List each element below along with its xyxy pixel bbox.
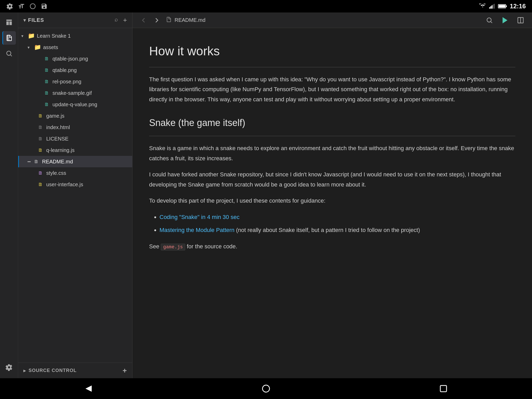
md-list: Coding "Snake" in 4 min 30 sec Mastering… — [149, 212, 515, 235]
circle-icon — [29, 3, 36, 10]
rail-icon-search[interactable] — [2, 47, 16, 60]
tree-item-rel-pose-png[interactable]: 🗎 rel-pose.png ⋮ — [18, 76, 132, 87]
file-icon-rel-pose: 🗎 — [43, 78, 50, 85]
battery-icon — [498, 4, 507, 9]
editor-search-icon[interactable] — [484, 15, 495, 25]
tree-item-name: Learn Snake 1 — [37, 33, 117, 39]
file-icon-snake-sample: 🗎 — [43, 89, 50, 97]
file-tree: ▾ 📁 Learn Snake 1 ⋮ ▾ 📁 assets ⋮ 🗎 qtabl… — [18, 28, 132, 363]
status-bar-right: 12:16 — [479, 3, 526, 10]
svg-point-0 — [30, 4, 35, 9]
sidebar-search-icon[interactable]: ⌕ — [115, 16, 118, 24]
clock: 12:16 — [510, 3, 526, 10]
rail-icon-settings[interactable] — [2, 361, 16, 374]
source-control-add-icon[interactable]: + — [123, 367, 127, 375]
md-heading-how-it-works: How it works — [149, 41, 515, 62]
file-icon-q-learning: 🗎 — [37, 147, 44, 154]
md-paragraph-1: The first question I was asked when I ca… — [149, 75, 515, 105]
md-heading-snake-game: Snake (the game itself) — [149, 115, 515, 131]
md-link-module-pattern[interactable]: Mastering the Module Pattern — [159, 227, 235, 233]
active-indicator — [18, 156, 19, 167]
tree-item-name: user-interface.js — [46, 182, 122, 188]
tree-item-user-interface-js[interactable]: 🗎 user-interface.js ⋮ — [18, 179, 132, 190]
chevron-assets: ▾ — [28, 45, 34, 50]
file-icon-qtable-json: 🗎 — [43, 55, 50, 62]
md-link-coding-snake[interactable]: Coding "Snake" in 4 min 30 sec — [159, 214, 240, 220]
tree-item-learn-snake-1[interactable]: ▾ 📁 Learn Snake 1 ⋮ — [18, 30, 132, 42]
file-icon-update-q: 🗎 — [43, 101, 50, 108]
file-icon-readme: 🗎 — [33, 158, 40, 165]
forward-button[interactable] — [152, 16, 162, 25]
md-code-game-js: game.js — [161, 244, 185, 250]
tree-item-game-js[interactable]: 🗎 game.js ⋮ — [18, 110, 132, 122]
editor-run-icon[interactable] — [500, 15, 510, 25]
editor-header: README.md — [132, 12, 532, 28]
sidebar-header-icons: ⌕ + — [115, 16, 127, 24]
file-tab: README.md — [166, 16, 205, 24]
tree-item-name: LICENSE — [46, 136, 122, 142]
md-paragraph-3: I could have forked another Snake reposi… — [149, 170, 515, 190]
rail-icon-layout[interactable] — [2, 16, 16, 29]
tree-item-index-html[interactable]: 🗎 index.html ⋮ — [18, 122, 132, 133]
minus-indicator — [28, 161, 31, 162]
tree-item-assets[interactable]: ▾ 📁 assets ⋮ — [18, 42, 132, 53]
signal-icon — [489, 4, 495, 9]
editor-filename: README.md — [175, 17, 205, 23]
file-tab-icon — [166, 16, 172, 24]
sidebar-add-icon[interactable]: + — [123, 16, 127, 24]
source-control-chevron: ▸ — [23, 368, 26, 374]
tree-item-name: style.css — [46, 170, 122, 176]
tree-item-update-q-value-png[interactable]: 🗎 update-q-value.png ⋮ — [18, 99, 132, 110]
md-list-item-2-text: (not really about Snake itself, but a pa… — [235, 227, 420, 233]
tree-item-q-learning-js[interactable]: 🗎 q-learning.js ⋮ — [18, 144, 132, 156]
svg-rect-8 — [506, 5, 507, 7]
svg-rect-2 — [490, 6, 491, 9]
tree-item-snake-sample-gif[interactable]: 🗎 snake-sample.gif ⋮ — [18, 87, 132, 99]
nav-home-button[interactable] — [258, 381, 274, 396]
main-content: README.md — [132, 12, 532, 378]
folder-icon-assets: 📁 — [34, 44, 41, 51]
nav-back-button[interactable] — [81, 381, 96, 396]
source-control-left: ▸ SOURCE CONTROL — [23, 368, 77, 374]
tree-item-name: assets — [43, 44, 122, 50]
md-divider-1 — [149, 67, 515, 67]
editor-actions — [484, 15, 526, 25]
file-icon-qtable: 🗎 — [43, 66, 50, 74]
file-icon-game-js: 🗎 — [37, 112, 44, 119]
tree-item-name: snake-sample.gif — [52, 90, 122, 96]
wifi-icon — [479, 4, 486, 9]
file-icon-index-html: 🗎 — [37, 124, 44, 131]
nav-recents-button[interactable] — [436, 381, 451, 396]
tree-item-qtable-json-png[interactable]: 🗎 qtable-json.png ⋮ — [18, 53, 132, 64]
tree-item-name: README.md — [42, 159, 122, 165]
svg-rect-1 — [489, 7, 490, 9]
tree-item-name: game.js — [46, 113, 122, 119]
rail-icon-files[interactable] — [2, 31, 16, 45]
tree-item-name: update-q-value.png — [52, 102, 122, 108]
source-control-label: SOURCE CONTROL — [29, 368, 77, 373]
editor-split-icon[interactable] — [515, 15, 526, 25]
tree-item-readme-md[interactable]: 🗎 README.md ⋮ — [18, 156, 132, 167]
svg-line-10 — [10, 55, 12, 56]
icon-rail — [0, 12, 18, 378]
svg-point-9 — [6, 51, 11, 55]
svg-rect-3 — [491, 5, 493, 9]
svg-point-11 — [487, 18, 491, 22]
tree-item-qtable-png[interactable]: 🗎 qtable.png ⋮ — [18, 64, 132, 76]
sidebar-chevron: ▾ — [23, 17, 26, 23]
tree-item-name: q-learning.js — [46, 147, 122, 153]
tree-item-license[interactable]: 🗎 LICENSE ⋮ — [18, 133, 132, 144]
app-body: ▾ FILES ⌕ + ▾ 📁 Learn Snake 1 ⋮ ▾ 📁 asse… — [0, 12, 532, 378]
chevron-learn-snake: ▾ — [21, 34, 28, 38]
back-button[interactable] — [139, 16, 148, 25]
svg-rect-4 — [493, 4, 494, 9]
settings-icon — [6, 3, 14, 10]
tree-item-style-css[interactable]: 🗎 style.css ⋮ — [18, 167, 132, 179]
file-icon-user-interface: 🗎 — [37, 181, 44, 188]
bottom-nav — [0, 378, 532, 399]
md-paragraph-5: See game.js for the source code. — [149, 242, 515, 252]
markdown-body: How it works The first question I was as… — [132, 28, 532, 378]
font-icon — [18, 3, 25, 10]
svg-rect-5 — [494, 4, 495, 9]
sidebar: ▾ FILES ⌕ + ▾ 📁 Learn Snake 1 ⋮ ▾ 📁 asse… — [18, 12, 132, 378]
